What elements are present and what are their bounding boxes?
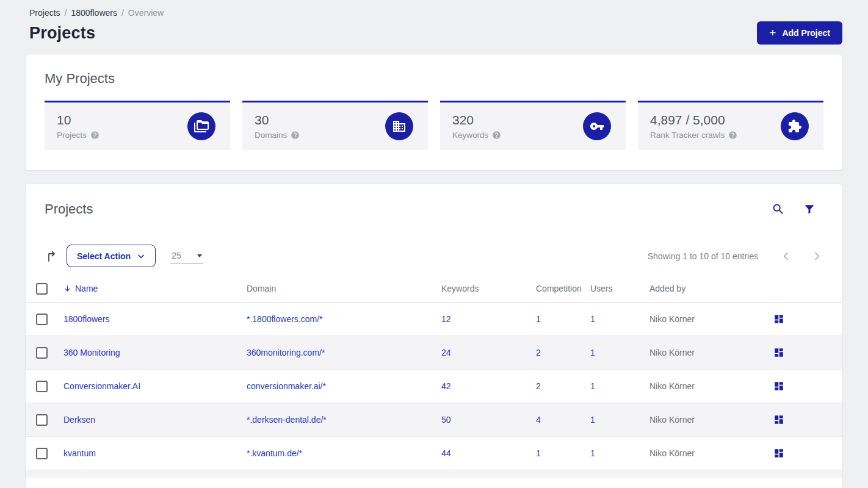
help-icon[interactable] xyxy=(90,131,99,140)
puzzle-icon xyxy=(781,112,809,140)
add-project-button[interactable]: + Add Project xyxy=(757,21,842,45)
my-projects-title: My Projects xyxy=(45,71,823,87)
page-size-value: 25 xyxy=(172,251,181,260)
stat-card-domains: 30 Domains xyxy=(242,101,428,150)
table-row: Derksen *.derksen-dental.de/* 50 4 1 Nik… xyxy=(26,403,842,437)
help-icon[interactable] xyxy=(492,131,501,140)
competition-count-link[interactable]: 2 xyxy=(536,381,541,391)
users-count-link[interactable]: 1 xyxy=(590,415,595,425)
breadcrumb-link-project[interactable]: 1800flowers xyxy=(71,8,117,18)
project-dashboard-button[interactable] xyxy=(773,448,784,459)
added-by: Niko Körner xyxy=(649,415,765,425)
page-size-select[interactable]: 25 xyxy=(170,248,203,264)
project-dashboard-button[interactable] xyxy=(773,347,784,358)
my-projects-card: My Projects 10 Projects xyxy=(25,54,843,171)
row-checkbox[interactable] xyxy=(36,414,48,426)
filter-icon xyxy=(803,203,816,215)
breadcrumb-separator: / xyxy=(121,8,124,18)
column-header-name[interactable]: Name xyxy=(63,284,247,293)
search-icon xyxy=(772,203,785,216)
project-domain-link[interactable]: *.derksen-dental.de/* xyxy=(247,415,327,425)
stat-label: Domains xyxy=(255,131,287,140)
breadcrumb-current: Overview xyxy=(128,8,164,18)
table-row: Conversionmaker.AI conversionmaker.ai/* … xyxy=(26,370,842,403)
help-icon[interactable] xyxy=(291,131,300,140)
project-domain-link[interactable]: conversionmaker.ai/* xyxy=(247,381,326,391)
page-header: Projects + Add Project xyxy=(0,18,868,45)
row-checkbox[interactable] xyxy=(36,448,48,459)
breadcrumb-separator: / xyxy=(65,8,67,18)
column-header-competition[interactable]: Competition xyxy=(536,284,590,293)
select-action-button[interactable]: Select Action xyxy=(67,245,156,267)
project-name-link[interactable]: kvantum xyxy=(63,448,96,458)
competition-count-link[interactable]: 1 xyxy=(536,314,541,324)
project-domain-link[interactable]: 360monitoring.com/* xyxy=(247,348,325,357)
next-page-button[interactable] xyxy=(812,251,822,261)
chevron-left-icon xyxy=(781,251,791,261)
chevron-down-icon xyxy=(137,252,145,260)
project-name-link[interactable]: 1800flowers xyxy=(63,314,110,324)
add-project-label: Add Project xyxy=(782,28,830,38)
project-name-link[interactable]: 360 Monitoring xyxy=(63,348,120,357)
dashboard-icon xyxy=(773,448,784,459)
projects-folders-icon xyxy=(187,112,215,140)
row-checkbox[interactable] xyxy=(36,381,48,392)
page: Projects / 1800flowers / Overview Projec… xyxy=(0,0,868,488)
users-count-link[interactable]: 1 xyxy=(590,348,595,357)
project-domain-link[interactable]: *.1800flowers.com/* xyxy=(247,314,323,324)
export-arrow-icon xyxy=(45,249,59,264)
stat-card-rank-tracker: 4,897 / 5,000 Rank Tracker crawls xyxy=(638,101,823,150)
competition-count-link[interactable]: 1 xyxy=(536,448,541,458)
table-header: Name Domain Keywords Competition Users A… xyxy=(26,275,842,303)
column-header-added-by[interactable]: Added by xyxy=(649,284,765,293)
row-checkbox[interactable] xyxy=(36,347,48,359)
prev-page-button[interactable] xyxy=(781,251,791,261)
breadcrumb-link-projects[interactable]: Projects xyxy=(29,8,60,18)
keywords-count-link[interactable]: 24 xyxy=(441,348,451,357)
column-header-keywords[interactable]: Keywords xyxy=(441,284,536,293)
dashboard-icon xyxy=(773,314,784,325)
showing-entries-text: Showing 1 to 10 of 10 entries xyxy=(648,251,758,261)
stat-value: 30 xyxy=(255,113,300,127)
table-row xyxy=(26,470,842,478)
dashboard-icon xyxy=(773,381,784,392)
keywords-count-link[interactable]: 42 xyxy=(441,381,451,391)
users-count-link[interactable]: 1 xyxy=(590,314,595,324)
users-count-link[interactable]: 1 xyxy=(590,448,595,458)
help-icon[interactable] xyxy=(728,131,737,140)
keywords-count-link[interactable]: 50 xyxy=(441,415,451,425)
stat-value: 10 xyxy=(57,113,99,127)
stat-label: Keywords xyxy=(452,131,488,140)
dashboard-icon xyxy=(773,414,784,425)
dashboard-icon xyxy=(773,347,784,358)
competition-count-link[interactable]: 2 xyxy=(536,348,541,357)
row-checkbox[interactable] xyxy=(36,314,48,325)
project-domain-link[interactable]: *.kvantum.de/* xyxy=(247,448,302,458)
project-name-link[interactable]: Derksen xyxy=(63,415,95,425)
domain-building-icon xyxy=(385,112,413,140)
added-by: Niko Körner xyxy=(649,314,765,324)
page-title: Projects xyxy=(29,24,95,43)
sort-desc-icon xyxy=(63,284,71,293)
projects-panel-title: Projects xyxy=(45,201,93,217)
project-dashboard-button[interactable] xyxy=(773,381,784,392)
project-dashboard-button[interactable] xyxy=(773,414,784,425)
users-count-link[interactable]: 1 xyxy=(590,381,595,391)
export-button[interactable] xyxy=(45,249,59,264)
projects-table: Name Domain Keywords Competition Users A… xyxy=(26,275,842,478)
column-header-users[interactable]: Users xyxy=(590,284,649,293)
filter-button[interactable] xyxy=(803,203,816,215)
column-header-domain[interactable]: Domain xyxy=(247,284,441,293)
stat-label: Rank Tracker crawls xyxy=(650,131,725,140)
keywords-count-link[interactable]: 12 xyxy=(441,314,451,324)
stat-card-projects: 10 Projects xyxy=(45,101,230,150)
competition-count-link[interactable]: 4 xyxy=(536,415,541,425)
plus-icon: + xyxy=(769,27,776,38)
project-name-link[interactable]: Conversionmaker.AI xyxy=(63,381,140,391)
stat-label: Projects xyxy=(57,131,87,140)
keywords-count-link[interactable]: 44 xyxy=(441,448,451,458)
select-all-checkbox[interactable] xyxy=(36,283,48,295)
search-button[interactable] xyxy=(772,203,785,216)
select-action-label: Select Action xyxy=(77,251,131,261)
project-dashboard-button[interactable] xyxy=(773,314,784,325)
